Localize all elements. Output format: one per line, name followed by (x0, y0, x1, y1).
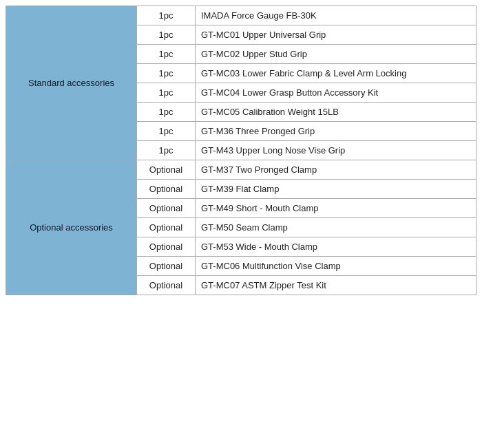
description-cell: GT-M36 Three Pronged Grip (196, 122, 476, 141)
quantity-cell: 1pc (137, 6, 196, 25)
quantity-cell: Optional (137, 257, 196, 276)
optional-accessories-label: Optional accessories (6, 160, 137, 295)
accessories-table: Standard accessories1pcIMADA Force Gauge… (6, 6, 476, 295)
standard-accessories-label: Standard accessories (6, 6, 137, 160)
description-cell: GT-MC01 Upper Universal Grip (196, 25, 476, 45)
quantity-cell: Optional (137, 237, 196, 257)
quantity-cell: 1pc (137, 64, 196, 83)
quantity-cell: Optional (137, 218, 196, 237)
description-cell: GT-M53 Wide - Mouth Clamp (196, 237, 476, 257)
description-cell: GT-MC04 Lower Grasp Button Accessory Kit (196, 83, 476, 103)
quantity-cell: Optional (137, 276, 196, 295)
description-cell: GT-MC07 ASTM Zipper Test Kit (196, 276, 476, 295)
quantity-cell: 1pc (137, 141, 196, 160)
description-cell: IMADA Force Gauge FB-30K (196, 6, 476, 25)
description-cell: GT-MC05 Calibration Weight 15LB (196, 103, 476, 122)
table-row: Standard accessories1pcIMADA Force Gauge… (6, 6, 476, 25)
description-cell: GT-M37 Two Pronged Clamp (196, 160, 476, 180)
quantity-cell: Optional (137, 199, 196, 218)
description-cell: GT-MC06 Multifunction Vise Clamp (196, 257, 476, 276)
quantity-cell: Optional (137, 180, 196, 199)
description-cell: GT-M49 Short - Mouth Clamp (196, 199, 476, 218)
description-cell: GT-M50 Seam Clamp (196, 218, 476, 237)
quantity-cell: 1pc (137, 25, 196, 45)
quantity-cell: 1pc (137, 103, 196, 122)
description-cell: GT-M39 Flat Clamp (196, 180, 476, 199)
description-cell: GT-M43 Upper Long Nose Vise Grip (196, 141, 476, 160)
quantity-cell: 1pc (137, 122, 196, 141)
description-cell: GT-MC03 Lower Fabric Clamp & Level Arm L… (196, 64, 476, 83)
table-row: Optional accessoriesOptionalGT-M37 Two P… (6, 160, 476, 180)
quantity-cell: 1pc (137, 45, 196, 64)
quantity-cell: Optional (137, 160, 196, 180)
quantity-cell: 1pc (137, 83, 196, 103)
description-cell: GT-MC02 Upper Stud Grip (196, 45, 476, 64)
